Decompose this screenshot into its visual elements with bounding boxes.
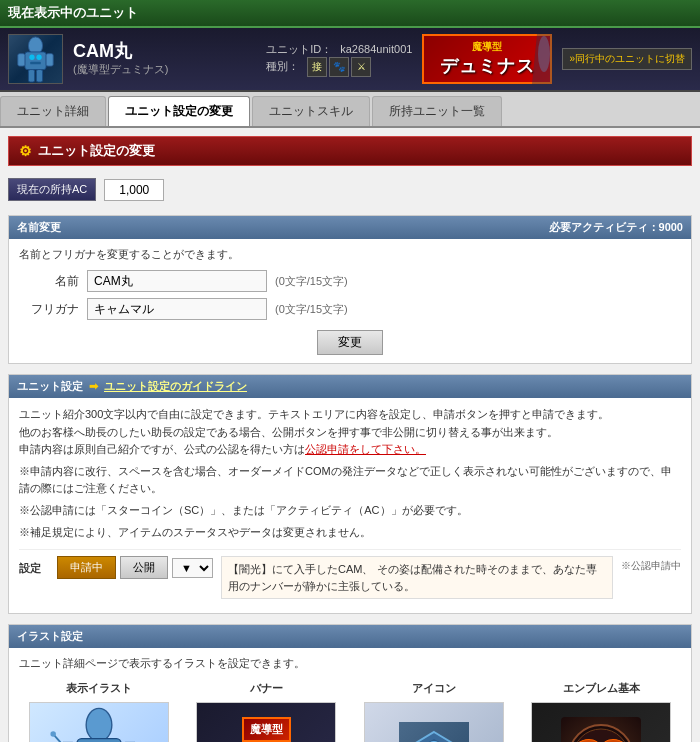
ac-value: 1,000 (104, 179, 164, 201)
illust-image-2: 魔導型 デュミナス (196, 702, 336, 742)
tab-unit-settings[interactable]: ユニット設定の変更 (108, 96, 250, 126)
settings-label: 設定 (19, 556, 49, 578)
guideline-link[interactable]: ユニット設定のガイドライン (104, 379, 247, 394)
unit-info-bar: CAM丸 (魔導型デュミナス) ユニットID： ka2684unit001 種別… (0, 28, 700, 92)
unit-subname: (魔導型デュミナス) (73, 62, 168, 77)
name-change-required: 必要アクティビティ：9000 (549, 220, 683, 235)
tabs-bar: ユニット詳細 ユニット設定の変更 ユニットスキル 所持ユニット一覧 (0, 92, 700, 128)
type-icon-1: 接 (307, 57, 327, 77)
type-icon-3: ⚔ (351, 57, 371, 77)
settings-desc3: 申請内容は原則自己紹介ですが、公式の公認を得たい方は公認申請をして下さい。 (19, 441, 681, 459)
page-title: ユニット設定の変更 (38, 142, 155, 160)
svg-rect-8 (30, 62, 41, 65)
unit-settings-title: ユニット設定 (17, 379, 83, 394)
svg-point-10 (538, 36, 550, 72)
badge-top: 魔導型 (242, 717, 291, 742)
ac-row: 現在の所持AC 1,000 (8, 174, 692, 205)
illust-image-4 (531, 702, 671, 742)
illust-header: イラスト設定 (9, 625, 691, 648)
furigana-row: フリガナ (0文字/15文字) (19, 298, 681, 320)
furigana-hint: (0文字/15文字) (275, 302, 348, 317)
settings-textarea: 【闇光】にて入手したCAM、 その姿は配備された時そのままで、あなた専用のナンバ… (221, 556, 613, 599)
unit-settings-section: ユニット設定 ➡ ユニット設定のガイドライン ユニット紹介300文字以内で自由に… (8, 374, 692, 614)
tab-owned-units[interactable]: 所持ユニット一覧 (372, 96, 502, 126)
furigana-label: フリガナ (19, 301, 79, 318)
illust-body: ユニット詳細ページで表示するイラストを設定できます。 表示イラスト (9, 648, 691, 742)
unit-settings-body: ユニット紹介300文字以内で自由に設定できます。テキストエリアに内容を設定し、申… (9, 398, 691, 613)
illust-col-2: バナー 魔導型 デュミナス 変更 (187, 679, 347, 742)
illust-grid: 表示イラスト (19, 679, 681, 742)
warning3: ※補足規定により、アイテムのステータスやデータは変更されません。 (19, 524, 681, 542)
illust-col-3: アイコン 変更 (354, 679, 514, 742)
illust-col-2-header: バナー (187, 679, 347, 698)
name-input[interactable] (87, 270, 267, 292)
name-change-button[interactable]: 変更 (317, 330, 383, 355)
unit-avatar (8, 34, 63, 84)
svg-rect-5 (36, 70, 42, 82)
warning1: ※申請内容に改行、スペースを含む場合、オーダーメイドCOMの発注データなどで正し… (19, 463, 681, 498)
illust-col-3-header: アイコン (354, 679, 514, 698)
svg-rect-3 (46, 54, 53, 66)
ac-label: 現在の所持AC (8, 178, 96, 201)
illust-title: イラスト設定 (17, 630, 83, 642)
name-change-title: 名前変更 (17, 220, 61, 235)
name-row: 名前 (0文字/15文字) (19, 270, 681, 292)
section-header: ⚙ ユニット設定の変更 (8, 136, 692, 166)
svg-rect-2 (18, 54, 25, 66)
svg-point-21 (50, 731, 55, 737)
illust-desc: ユニット詳細ページで表示するイラストを設定できます。 (19, 656, 681, 671)
unit-text-info: CAM丸 (魔導型デュミナス) (73, 41, 168, 78)
illust-col-1: 表示イラスト (19, 679, 179, 742)
tab-unit-detail[interactable]: ユニット詳細 (0, 96, 106, 126)
name-change-section: 名前変更 必要アクティビティ：9000 名前とフリガナを変更することができます。… (8, 215, 692, 364)
unit-id-section: ユニットID： ka2684unit001 種別： 接 🐾 ⚔ (266, 42, 412, 77)
unit-switch-button[interactable]: »同行中のユニットに切替 (562, 48, 692, 70)
tab-unit-skills[interactable]: ユニットスキル (252, 96, 370, 126)
name-change-desc: 名前とフリガナを変更することができます。 (19, 247, 681, 262)
illust-col-1-header: 表示イラスト (19, 679, 179, 698)
settings-desc1: ユニット紹介300文字以内で自由に設定できます。テキストエリアに内容を設定し、申… (19, 406, 681, 424)
svg-point-11 (86, 709, 112, 742)
type-icon-2: 🐾 (329, 57, 349, 77)
svg-rect-4 (28, 70, 34, 82)
illust-col-4-header: エンブレム基本 (522, 679, 682, 698)
name-change-header: 名前変更 必要アクティビティ：9000 (9, 216, 691, 239)
section-header-icon: ⚙ (19, 143, 32, 159)
unit-name: CAM丸 (73, 41, 168, 63)
unit-id-label: ユニットID： (266, 42, 332, 57)
svg-point-6 (29, 55, 34, 60)
name-label: 名前 (19, 273, 79, 290)
red-link[interactable]: 公認申請をして下さい。 (305, 443, 426, 455)
public-button[interactable]: 公開 (120, 556, 168, 579)
illust-col-4: エンブレム基本 (522, 679, 682, 742)
header-title: 現在表示中のユニット (8, 5, 138, 20)
settings-desc2: 他のお客様へ助長のしたい助長の設定である場合、公開ボタンを押す事で非公開に切り替… (19, 424, 681, 442)
name-hint: (0文字/15文字) (275, 274, 348, 289)
arrow-icon: ➡ (89, 380, 98, 393)
unit-type-label: 種別： (266, 59, 299, 74)
svg-point-7 (36, 55, 41, 60)
unit-id-value: ka2684unit001 (340, 43, 412, 55)
settings-btns: 申請中 公開 ▼ (57, 556, 213, 579)
illust-section: イラスト設定 ユニット詳細ページで表示するイラストを設定できます。 表示イラスト (8, 624, 692, 742)
name-change-body: 名前とフリガナを変更することができます。 名前 (0文字/15文字) フリガナ … (9, 239, 691, 363)
approval-note: ※公認申請中 (621, 556, 681, 574)
deumienas-badge: 魔導型 デュミナス (422, 34, 552, 84)
apply-button[interactable]: 申請中 (57, 556, 116, 579)
warning2: ※公認申請には「スターコイン（SC）」、または「アクティビティ（AC）」が必要で… (19, 502, 681, 520)
svg-rect-1 (25, 52, 46, 70)
settings-control-row: 設定 申請中 公開 ▼ 【闇光】にて入手したCAM、 その姿は配備された時そのま… (19, 549, 681, 605)
illust-image-3 (364, 702, 504, 742)
unit-settings-header: ユニット設定 ➡ ユニット設定のガイドライン (9, 375, 691, 398)
illust-image-1 (29, 702, 169, 742)
public-select[interactable]: ▼ (172, 558, 213, 578)
main-content: ⚙ ユニット設定の変更 現在の所持AC 1,000 名前変更 必要アクティビティ… (0, 128, 700, 742)
unit-type-icons: 接 🐾 ⚔ (307, 57, 371, 77)
header-bar: 現在表示中のユニット (0, 0, 700, 28)
furigana-input[interactable] (87, 298, 267, 320)
